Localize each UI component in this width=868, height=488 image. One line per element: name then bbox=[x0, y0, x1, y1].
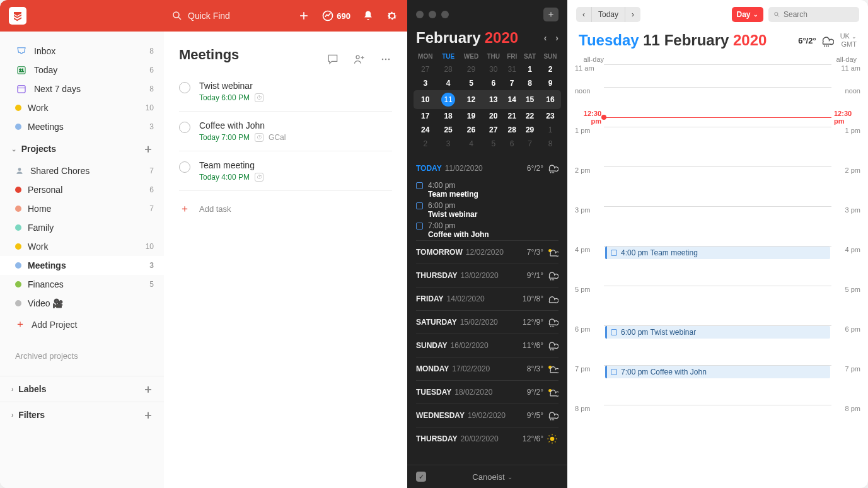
sched-day-row[interactable]: SATURDAY15/02/202012°/9° bbox=[416, 310, 558, 334]
window-minimize-icon[interactable] bbox=[429, 11, 436, 18]
quick-add-icon[interactable] bbox=[298, 9, 310, 22]
mini-cal-day[interactable]: 16 bbox=[540, 90, 561, 109]
view-dropdown[interactable]: Day⌄ bbox=[732, 7, 763, 22]
mini-cal-day[interactable]: 6 bbox=[504, 137, 520, 151]
hour-row[interactable]: 1 pm1 pm bbox=[575, 127, 860, 166]
share-icon[interactable] bbox=[353, 53, 366, 66]
sidebar-project-video-[interactable]: Video 🎥 bbox=[0, 294, 164, 313]
sched-event[interactable]: 7:00 pmCoffee with John bbox=[416, 220, 558, 240]
mini-cal-day[interactable]: 20 bbox=[483, 109, 504, 123]
add-project-row[interactable]: ＋Add Project bbox=[0, 313, 164, 336]
mini-cal-day[interactable]: 1 bbox=[520, 62, 540, 76]
prev-day-button[interactable]: ‹ bbox=[576, 7, 591, 22]
sidebar-project-finances[interactable]: Finances5 bbox=[0, 275, 164, 294]
sched-day-row[interactable]: FRIDAY14/02/202010°/8° bbox=[416, 287, 558, 310]
mini-cal-day[interactable]: 5 bbox=[483, 137, 504, 151]
mini-cal-day[interactable]: 10 bbox=[414, 90, 437, 109]
calendar-search-input[interactable] bbox=[784, 10, 854, 19]
hour-row[interactable]: 6 pm6:00 pm Twist webinar6 pm bbox=[575, 325, 860, 365]
sched-day-row[interactable]: MONDAY17/02/20208°/3° bbox=[416, 357, 558, 380]
mini-cal-day[interactable]: 3 bbox=[414, 76, 437, 90]
mini-cal-day[interactable]: 14 bbox=[504, 90, 520, 109]
mini-cal-day[interactable]: 30 bbox=[483, 62, 504, 76]
sidebar-next7[interactable]: Next 7 days8 bbox=[0, 79, 164, 98]
sched-day-row[interactable]: SUNDAY16/02/202011°/6° bbox=[416, 334, 558, 357]
sched-day-row[interactable]: TOMORROW12/02/20207°/3° bbox=[416, 240, 558, 264]
mini-cal-day[interactable]: 2 bbox=[414, 137, 437, 151]
window-close-icon[interactable] bbox=[416, 11, 424, 18]
sidebar-project-work[interactable]: Work10 bbox=[0, 237, 164, 256]
mini-cal-day[interactable]: 23 bbox=[540, 109, 561, 123]
add-event-button[interactable]: ＋ bbox=[543, 8, 558, 21]
add-filter-icon[interactable]: ＋ bbox=[142, 407, 154, 422]
sidebar-project-shared-chores[interactable]: Shared Chores7 bbox=[0, 161, 164, 180]
mini-cal-day[interactable]: 1 bbox=[540, 123, 561, 137]
task-checkbox[interactable] bbox=[179, 161, 190, 173]
filters-header[interactable]: › Filters＋ bbox=[0, 402, 164, 427]
sidebar-project-home[interactable]: Home7 bbox=[0, 199, 164, 218]
mini-cal-day[interactable]: 27 bbox=[483, 123, 504, 137]
next-month-icon[interactable]: › bbox=[555, 33, 558, 43]
projects-header[interactable]: ⌄ Projects＋ bbox=[0, 136, 164, 161]
mini-cal-day[interactable]: 4 bbox=[460, 137, 483, 151]
hour-row[interactable]: 7 pm7:00 pm Coffee with John7 pm bbox=[575, 365, 860, 405]
mini-cal-day[interactable]: 6 bbox=[483, 76, 504, 90]
sched-day-row[interactable]: TUESDAY18/02/20209°/2° bbox=[416, 380, 558, 404]
window-zoom-icon[interactable] bbox=[441, 11, 449, 18]
mini-cal-day[interactable]: 25 bbox=[437, 123, 459, 137]
hour-row[interactable]: 5 pm5 pm bbox=[575, 286, 860, 325]
hour-row[interactable]: 11 am11 am bbox=[575, 64, 860, 87]
mini-cal-day[interactable]: 31 bbox=[504, 62, 520, 76]
sidebar-today[interactable]: 11Today6 bbox=[0, 61, 164, 79]
task-row[interactable]: Twist webinarToday 6:00 PM⏱ bbox=[179, 72, 392, 112]
mini-cal-day[interactable]: 8 bbox=[540, 137, 561, 151]
mini-cal-day[interactable]: 21 bbox=[504, 109, 520, 123]
more-icon[interactable] bbox=[379, 53, 392, 66]
mini-cal-day[interactable]: 28 bbox=[437, 62, 459, 76]
sched-day-row[interactable]: THURSDAY13/02/20209°/1° bbox=[416, 264, 558, 287]
sched-day-row[interactable]: WEDNESDAY19/02/20209°/5° bbox=[416, 404, 558, 427]
mini-cal-day[interactable]: 18 bbox=[437, 109, 459, 123]
calendar-event[interactable]: 4:00 pm Team meeting bbox=[605, 247, 830, 259]
mini-cal-day[interactable]: 7 bbox=[520, 137, 540, 151]
sidebar-project-personal[interactable]: Personal6 bbox=[0, 180, 164, 199]
sidebar-inbox[interactable]: Inbox8 bbox=[0, 42, 164, 61]
mini-cal-day[interactable]: 26 bbox=[460, 123, 483, 137]
calendar-search[interactable] bbox=[768, 7, 859, 22]
calendar-set-dropdown[interactable]: Canoeist⌄ bbox=[472, 472, 512, 482]
task-checkbox[interactable] bbox=[179, 122, 190, 133]
timezone-label[interactable]: UK ⌄GMT bbox=[840, 32, 857, 49]
mini-cal-day[interactable]: 28 bbox=[504, 123, 520, 137]
add-label-icon[interactable]: ＋ bbox=[142, 381, 154, 397]
sidebar-project-family[interactable]: Family bbox=[0, 218, 164, 237]
mini-cal-day[interactable]: 17 bbox=[414, 109, 437, 123]
sched-event[interactable]: 4:00 pmTeam meeting bbox=[416, 180, 558, 200]
hour-row[interactable]: 8 pm8 pm bbox=[575, 405, 860, 444]
add-task-row[interactable]: ＋ Add task bbox=[179, 191, 392, 227]
sidebar-project-meetings[interactable]: Meetings3 bbox=[0, 256, 164, 275]
mini-cal-day[interactable]: 15 bbox=[520, 90, 540, 109]
mini-cal-day[interactable]: 7 bbox=[504, 76, 520, 90]
hour-row[interactable]: 4 pm4:00 pm Team meeting4 pm bbox=[575, 246, 860, 286]
task-row[interactable]: Team meetingToday 4:00 PM⏱ bbox=[179, 151, 392, 191]
prev-month-icon[interactable]: ‹ bbox=[544, 33, 547, 43]
karma-score[interactable]: 690 bbox=[321, 9, 350, 22]
mini-cal-day[interactable]: 29 bbox=[460, 62, 483, 76]
sidebar-fav-work[interactable]: Work10 bbox=[0, 98, 164, 117]
sched-day-row[interactable]: THURSDAY20/02/202012°/6° bbox=[416, 427, 558, 450]
task-row[interactable]: Coffee with JohnToday 7:00 PM⏱GCal bbox=[179, 112, 392, 151]
mini-cal-day[interactable]: 19 bbox=[460, 109, 483, 123]
mini-cal-day[interactable]: 12 bbox=[460, 90, 483, 109]
mini-cal-day[interactable]: 9 bbox=[540, 76, 561, 90]
tasks-toggle[interactable]: ✓ bbox=[416, 472, 426, 482]
mini-cal-day[interactable]: 11 bbox=[437, 90, 459, 109]
task-checkbox[interactable] bbox=[179, 82, 190, 93]
calendar-event[interactable]: 6:00 pm Twist webinar bbox=[605, 326, 830, 339]
add-project-icon[interactable]: ＋ bbox=[142, 141, 154, 156]
mini-cal-day[interactable]: 27 bbox=[414, 62, 437, 76]
today-button[interactable]: Today bbox=[591, 7, 625, 22]
hour-row[interactable]: 2 pm2 pm bbox=[575, 166, 860, 206]
mini-cal-day[interactable]: 2 bbox=[540, 62, 561, 76]
comments-icon[interactable] bbox=[327, 53, 339, 66]
gear-icon[interactable] bbox=[386, 9, 398, 22]
